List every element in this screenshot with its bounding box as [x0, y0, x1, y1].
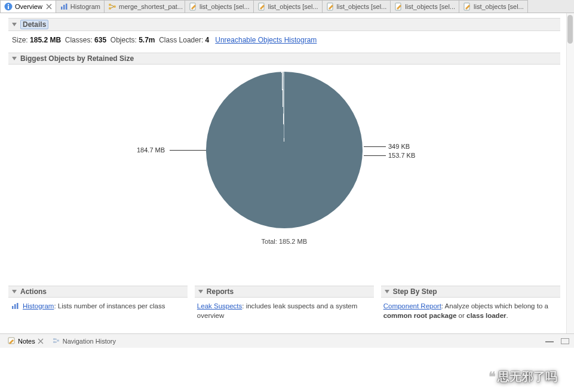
tab-label: Overview	[15, 3, 42, 10]
maximize-button[interactable]	[561, 338, 569, 344]
svg-rect-14	[12, 306, 14, 309]
tab-list-objects-4[interactable]: list_objects [sel...	[391, 0, 459, 13]
svg-rect-16	[17, 303, 19, 309]
doc-pencil-icon	[326, 2, 334, 11]
scrollbar-thumb[interactable]	[567, 15, 573, 44]
doc-pencil-icon	[463, 2, 471, 11]
overview-content: Details Size: 185.2 MB Classes: 635 Obje…	[0, 13, 566, 333]
section-title: Reports	[207, 287, 234, 296]
tab-histogram[interactable]: Histogram	[56, 0, 105, 13]
doc-pencil-icon	[257, 2, 266, 11]
pie-label-small-2: 153.7 KB	[388, 152, 415, 159]
histogram-icon	[11, 302, 19, 310]
svg-rect-1	[8, 6, 9, 9]
pie-label-big: 184.7 MB	[137, 146, 165, 154]
tab-list-objects-5[interactable]: list_objects [sel...	[459, 0, 528, 13]
doc-pencil-icon	[189, 2, 197, 11]
section-step-header[interactable]: Step By Step	[381, 286, 560, 298]
classes-label: Classes:	[65, 36, 93, 44]
minimize-button[interactable]	[545, 340, 554, 342]
svg-rect-2	[8, 4, 9, 5]
tab-overview[interactable]: Overview	[0, 0, 56, 13]
tab-list-objects-1[interactable]: list_objects [sel...	[185, 0, 254, 13]
step-component-link[interactable]: Component Report	[383, 302, 441, 310]
section-details-header[interactable]: Details	[8, 18, 560, 31]
leader-line	[364, 155, 386, 156]
section-title: Details	[20, 20, 48, 29]
svg-point-6	[109, 4, 111, 6]
objects-value: 5.7m	[139, 36, 155, 44]
step-or: or	[456, 312, 466, 319]
report-leak-link[interactable]: Leak Suspects	[197, 302, 242, 310]
svg-point-8	[113, 5, 116, 8]
col-actions: Actions Histogram: Lists number of insta…	[8, 286, 188, 320]
section-reports-header[interactable]: Reports	[195, 286, 374, 298]
section-biggest-header[interactable]: Biggest Objects by Retained Size	[8, 53, 560, 65]
section-title: Biggest Objects by Retained Size	[20, 54, 134, 63]
classloader-label: Class Loader:	[159, 36, 203, 44]
tab-label: list_objects [sel...	[268, 3, 318, 10]
tab-label: Navigation History	[63, 338, 116, 345]
tab-label: merge_shortest_pat...	[119, 3, 183, 10]
svg-rect-3	[61, 7, 63, 10]
tab-list-objects-2[interactable]: list_objects [sel...	[254, 0, 323, 13]
chevron-down-icon	[12, 290, 17, 293]
tab-label: list_objects [sel...	[474, 3, 524, 10]
step-strong2: class loader	[466, 312, 506, 319]
step-strong1: common root package	[383, 312, 457, 319]
bottom-bar: Notes Navigation History	[0, 333, 574, 348]
nav-history-icon	[52, 336, 60, 346]
svg-rect-4	[63, 5, 65, 10]
tab-merge-shortest[interactable]: merge_shortest_pat...	[105, 0, 185, 13]
section-actions-header[interactable]: Actions	[8, 286, 188, 298]
svg-rect-5	[66, 4, 67, 10]
chevron-down-icon	[12, 23, 17, 26]
wechat-icon: ❝	[489, 369, 494, 385]
classes-value: 635	[94, 36, 106, 44]
tab-label: list_objects [sel...	[405, 3, 455, 10]
watermark: ❝ 思无邪了吗	[489, 369, 557, 385]
size-label: Size:	[12, 36, 28, 44]
pie-total: Total: 185.2 MB	[8, 238, 560, 245]
tab-label: Notes	[18, 338, 35, 345]
classloader-value: 4	[205, 36, 210, 44]
svg-rect-15	[14, 304, 16, 309]
tab-notes[interactable]: Notes	[5, 336, 46, 346]
chevron-down-icon	[198, 290, 203, 293]
tab-bar: Overview Histogram merge_shortest_pat...…	[0, 0, 574, 13]
tab-label: list_objects [sel...	[337, 3, 387, 10]
tab-navigation-history[interactable]: Navigation History	[50, 336, 118, 346]
svg-point-7	[109, 7, 111, 10]
close-icon[interactable]	[46, 4, 52, 10]
doc-pencil-icon	[394, 2, 403, 11]
leader-line	[364, 146, 386, 147]
pie-label-small-1: 349 KB	[388, 143, 410, 150]
unreachable-link[interactable]: Unreachable Objects Histogram	[215, 36, 317, 44]
tab-label: list_objects [sel...	[199, 3, 250, 10]
chevron-down-icon	[12, 57, 17, 60]
pie-chart: 184.7 MB 349 KB 153.7 KB Total: 185.2 MB	[8, 72, 560, 275]
merge-icon	[108, 2, 116, 11]
col-step: Step By Step Component Report: Analyze o…	[381, 286, 560, 320]
col-reports: Reports Leak Suspects: includes leak sus…	[195, 286, 374, 320]
tab-list-objects-3[interactable]: list_objects [sel...	[323, 0, 391, 13]
section-title: Step By Step	[393, 287, 437, 296]
tab-label: Histogram	[70, 3, 100, 10]
details-body: Size: 185.2 MB Classes: 635 Objects: 5.7…	[8, 31, 560, 49]
chevron-down-icon	[385, 290, 389, 293]
close-icon[interactable]	[38, 338, 44, 344]
action-histogram-link[interactable]: Histogram	[23, 302, 54, 310]
blank-area: ❝ 思无邪了吗	[0, 348, 574, 392]
svg-rect-18	[53, 338, 56, 340]
size-value: 185.2 MB	[30, 36, 61, 44]
step-dot: .	[507, 312, 508, 319]
step-desc1: : Analyze objects which belong to a	[441, 302, 548, 310]
vertical-scrollbar[interactable]	[566, 13, 574, 333]
watermark-text: 思无邪了吗	[498, 369, 557, 385]
objects-label: Objects:	[110, 36, 137, 44]
note-icon	[7, 336, 16, 346]
histogram-icon	[60, 2, 68, 11]
info-icon	[4, 2, 13, 11]
section-title: Actions	[20, 287, 47, 296]
svg-rect-20	[57, 339, 59, 341]
